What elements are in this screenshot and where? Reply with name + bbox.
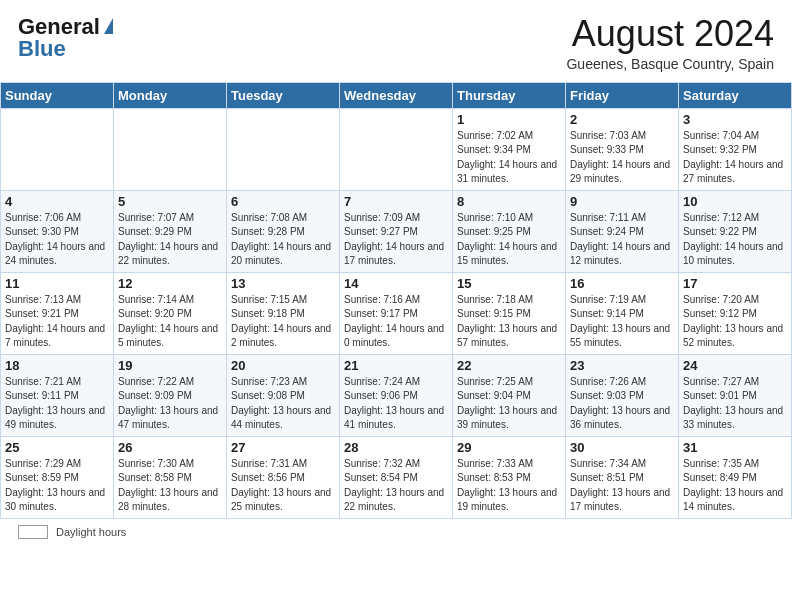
calendar-day-header: Tuesday: [227, 82, 340, 108]
calendar-day-cell: 11Sunrise: 7:13 AM Sunset: 9:21 PM Dayli…: [1, 272, 114, 354]
day-detail: Sunrise: 7:30 AM Sunset: 8:58 PM Dayligh…: [118, 457, 222, 515]
day-number: 23: [570, 358, 674, 373]
footer: Daylight hours: [0, 519, 792, 543]
calendar-day-cell: 7Sunrise: 7:09 AM Sunset: 9:27 PM Daylig…: [340, 190, 453, 272]
day-number: 2: [570, 112, 674, 127]
day-number: 4: [5, 194, 109, 209]
logo-blue: Blue: [18, 36, 66, 62]
day-number: 9: [570, 194, 674, 209]
logo-triangle-icon: [104, 18, 113, 34]
month-title: August 2024: [566, 14, 774, 54]
day-detail: Sunrise: 7:27 AM Sunset: 9:01 PM Dayligh…: [683, 375, 787, 433]
calendar-day-cell: 13Sunrise: 7:15 AM Sunset: 9:18 PM Dayli…: [227, 272, 340, 354]
calendar-day-cell: [1, 108, 114, 190]
calendar-day-cell: 30Sunrise: 7:34 AM Sunset: 8:51 PM Dayli…: [566, 436, 679, 518]
calendar-day-cell: 21Sunrise: 7:24 AM Sunset: 9:06 PM Dayli…: [340, 354, 453, 436]
day-detail: Sunrise: 7:04 AM Sunset: 9:32 PM Dayligh…: [683, 129, 787, 187]
calendar-day-cell: 23Sunrise: 7:26 AM Sunset: 9:03 PM Dayli…: [566, 354, 679, 436]
day-detail: Sunrise: 7:21 AM Sunset: 9:11 PM Dayligh…: [5, 375, 109, 433]
day-detail: Sunrise: 7:12 AM Sunset: 9:22 PM Dayligh…: [683, 211, 787, 269]
day-number: 13: [231, 276, 335, 291]
calendar-day-cell: 26Sunrise: 7:30 AM Sunset: 8:58 PM Dayli…: [114, 436, 227, 518]
daylight-label: Daylight hours: [56, 526, 126, 538]
day-number: 7: [344, 194, 448, 209]
calendar-day-cell: 24Sunrise: 7:27 AM Sunset: 9:01 PM Dayli…: [679, 354, 792, 436]
title-area: August 2024 Gueenes, Basque Country, Spa…: [566, 14, 774, 72]
calendar-day-cell: 6Sunrise: 7:08 AM Sunset: 9:28 PM Daylig…: [227, 190, 340, 272]
day-detail: Sunrise: 7:23 AM Sunset: 9:08 PM Dayligh…: [231, 375, 335, 433]
calendar-body: 1Sunrise: 7:02 AM Sunset: 9:34 PM Daylig…: [1, 108, 792, 518]
day-number: 25: [5, 440, 109, 455]
day-number: 18: [5, 358, 109, 373]
calendar-week-row: 25Sunrise: 7:29 AM Sunset: 8:59 PM Dayli…: [1, 436, 792, 518]
day-number: 27: [231, 440, 335, 455]
day-detail: Sunrise: 7:35 AM Sunset: 8:49 PM Dayligh…: [683, 457, 787, 515]
calendar-day-cell: 29Sunrise: 7:33 AM Sunset: 8:53 PM Dayli…: [453, 436, 566, 518]
calendar-day-cell: 18Sunrise: 7:21 AM Sunset: 9:11 PM Dayli…: [1, 354, 114, 436]
day-number: 31: [683, 440, 787, 455]
calendar-week-row: 1Sunrise: 7:02 AM Sunset: 9:34 PM Daylig…: [1, 108, 792, 190]
day-detail: Sunrise: 7:34 AM Sunset: 8:51 PM Dayligh…: [570, 457, 674, 515]
day-number: 3: [683, 112, 787, 127]
day-detail: Sunrise: 7:13 AM Sunset: 9:21 PM Dayligh…: [5, 293, 109, 351]
calendar-day-cell: 16Sunrise: 7:19 AM Sunset: 9:14 PM Dayli…: [566, 272, 679, 354]
location: Gueenes, Basque Country, Spain: [566, 56, 774, 72]
calendar-day-cell: 28Sunrise: 7:32 AM Sunset: 8:54 PM Dayli…: [340, 436, 453, 518]
day-detail: Sunrise: 7:15 AM Sunset: 9:18 PM Dayligh…: [231, 293, 335, 351]
day-detail: Sunrise: 7:06 AM Sunset: 9:30 PM Dayligh…: [5, 211, 109, 269]
day-detail: Sunrise: 7:08 AM Sunset: 9:28 PM Dayligh…: [231, 211, 335, 269]
day-number: 22: [457, 358, 561, 373]
calendar-day-cell: 3Sunrise: 7:04 AM Sunset: 9:32 PM Daylig…: [679, 108, 792, 190]
day-number: 30: [570, 440, 674, 455]
day-number: 10: [683, 194, 787, 209]
calendar-day-cell: 1Sunrise: 7:02 AM Sunset: 9:34 PM Daylig…: [453, 108, 566, 190]
daylight-box: [18, 525, 48, 539]
calendar-day-cell: 2Sunrise: 7:03 AM Sunset: 9:33 PM Daylig…: [566, 108, 679, 190]
calendar-week-row: 18Sunrise: 7:21 AM Sunset: 9:11 PM Dayli…: [1, 354, 792, 436]
day-number: 1: [457, 112, 561, 127]
day-detail: Sunrise: 7:31 AM Sunset: 8:56 PM Dayligh…: [231, 457, 335, 515]
day-number: 29: [457, 440, 561, 455]
calendar-day-cell: [340, 108, 453, 190]
calendar-day-cell: 5Sunrise: 7:07 AM Sunset: 9:29 PM Daylig…: [114, 190, 227, 272]
calendar-day-cell: 19Sunrise: 7:22 AM Sunset: 9:09 PM Dayli…: [114, 354, 227, 436]
day-number: 8: [457, 194, 561, 209]
calendar-day-cell: 15Sunrise: 7:18 AM Sunset: 9:15 PM Dayli…: [453, 272, 566, 354]
day-detail: Sunrise: 7:14 AM Sunset: 9:20 PM Dayligh…: [118, 293, 222, 351]
page-header: General Blue August 2024 Gueenes, Basque…: [0, 0, 792, 78]
day-number: 14: [344, 276, 448, 291]
calendar-day-cell: 27Sunrise: 7:31 AM Sunset: 8:56 PM Dayli…: [227, 436, 340, 518]
day-detail: Sunrise: 7:20 AM Sunset: 9:12 PM Dayligh…: [683, 293, 787, 351]
calendar-week-row: 11Sunrise: 7:13 AM Sunset: 9:21 PM Dayli…: [1, 272, 792, 354]
day-detail: Sunrise: 7:09 AM Sunset: 9:27 PM Dayligh…: [344, 211, 448, 269]
day-detail: Sunrise: 7:03 AM Sunset: 9:33 PM Dayligh…: [570, 129, 674, 187]
calendar-day-cell: 8Sunrise: 7:10 AM Sunset: 9:25 PM Daylig…: [453, 190, 566, 272]
calendar-day-cell: 9Sunrise: 7:11 AM Sunset: 9:24 PM Daylig…: [566, 190, 679, 272]
day-number: 12: [118, 276, 222, 291]
calendar-day-header: Thursday: [453, 82, 566, 108]
calendar-day-cell: [227, 108, 340, 190]
day-detail: Sunrise: 7:11 AM Sunset: 9:24 PM Dayligh…: [570, 211, 674, 269]
calendar-header-row: SundayMondayTuesdayWednesdayThursdayFrid…: [1, 82, 792, 108]
day-detail: Sunrise: 7:26 AM Sunset: 9:03 PM Dayligh…: [570, 375, 674, 433]
calendar-day-cell: 4Sunrise: 7:06 AM Sunset: 9:30 PM Daylig…: [1, 190, 114, 272]
day-number: 24: [683, 358, 787, 373]
calendar-day-header: Wednesday: [340, 82, 453, 108]
day-detail: Sunrise: 7:33 AM Sunset: 8:53 PM Dayligh…: [457, 457, 561, 515]
day-number: 19: [118, 358, 222, 373]
day-number: 21: [344, 358, 448, 373]
day-number: 15: [457, 276, 561, 291]
calendar-day-cell: 17Sunrise: 7:20 AM Sunset: 9:12 PM Dayli…: [679, 272, 792, 354]
calendar-table: SundayMondayTuesdayWednesdayThursdayFrid…: [0, 82, 792, 519]
day-number: 28: [344, 440, 448, 455]
calendar-day-cell: 20Sunrise: 7:23 AM Sunset: 9:08 PM Dayli…: [227, 354, 340, 436]
day-detail: Sunrise: 7:22 AM Sunset: 9:09 PM Dayligh…: [118, 375, 222, 433]
day-number: 16: [570, 276, 674, 291]
calendar-day-header: Monday: [114, 82, 227, 108]
day-detail: Sunrise: 7:25 AM Sunset: 9:04 PM Dayligh…: [457, 375, 561, 433]
calendar-day-cell: 12Sunrise: 7:14 AM Sunset: 9:20 PM Dayli…: [114, 272, 227, 354]
day-number: 20: [231, 358, 335, 373]
calendar-day-header: Friday: [566, 82, 679, 108]
calendar-day-cell: 31Sunrise: 7:35 AM Sunset: 8:49 PM Dayli…: [679, 436, 792, 518]
day-detail: Sunrise: 7:07 AM Sunset: 9:29 PM Dayligh…: [118, 211, 222, 269]
